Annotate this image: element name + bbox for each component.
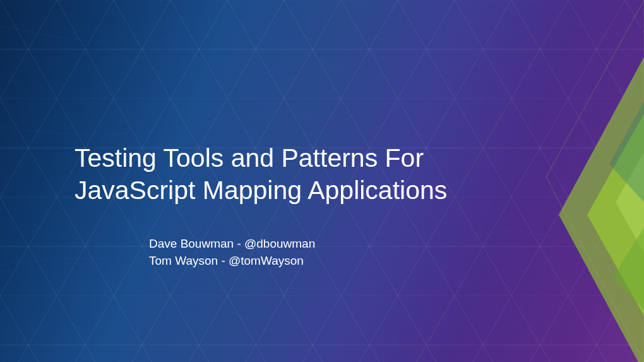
svg-marker-1 <box>587 114 644 316</box>
title-line-1: Testing Tools and Patterns For JavaScrip… <box>75 143 447 205</box>
slide-content: Testing Tools and Patterns For JavaScrip… <box>75 142 447 270</box>
svg-marker-3 <box>546 0 644 362</box>
svg-marker-6 <box>612 227 644 310</box>
green-accent-shape <box>486 0 644 362</box>
authors-block: Dave Bouwman - @dbouwman Tom Wayson - @t… <box>149 235 447 270</box>
author-1: Dave Bouwman - @dbouwman <box>149 235 447 253</box>
slide-title: Testing Tools and Patterns For JavaScrip… <box>75 142 447 207</box>
author-2: Tom Wayson - @tomWayson <box>149 252 447 270</box>
svg-marker-2 <box>559 57 644 362</box>
svg-marker-5 <box>609 101 644 202</box>
slide: Testing Tools and Patterns For JavaScrip… <box>0 0 644 362</box>
svg-marker-4 <box>616 152 644 253</box>
